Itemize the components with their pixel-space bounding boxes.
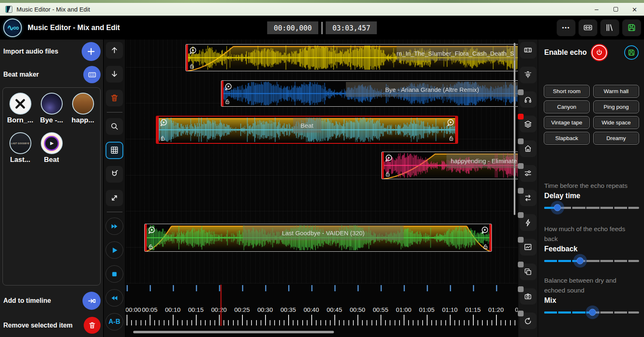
clip-bye[interactable]: Bye - Ariana Grande (Altre Remix): [221, 80, 518, 107]
flash-button[interactable]: [519, 214, 537, 231]
reset-button[interactable]: [519, 312, 537, 330]
move-down-button[interactable]: [106, 66, 123, 83]
clip-left-edge[interactable]: [186, 44, 188, 71]
feedback-slider-thumb[interactable]: [577, 257, 584, 264]
clip-left-edge[interactable]: [145, 224, 147, 251]
lock-icon[interactable]: [482, 243, 489, 250]
clip-left-edge[interactable]: [382, 152, 384, 179]
mix-slider[interactable]: [544, 306, 639, 319]
trim-button[interactable]: [519, 42, 537, 59]
close-button[interactable]: ×: [625, 3, 644, 16]
import-audio-label: Import audio files: [3, 48, 58, 55]
replay-icon[interactable]: [147, 226, 156, 234]
time-ruler[interactable]: 00:0000:0500:1000:1500:2000:2500:3000:35…: [126, 283, 518, 337]
ruler-minor-tick: [441, 320, 442, 325]
lock-icon[interactable]: [160, 135, 166, 141]
echo-preset-button[interactable]: Dreamy: [593, 132, 639, 145]
vertical-scrollbar[interactable]: [514, 43, 515, 215]
echo-preset-button[interactable]: Ping pong: [593, 101, 639, 113]
audio-file-bye[interactable]: Bye -...: [36, 93, 67, 132]
play-art-icon: ▶: [45, 137, 58, 150]
ruler-minor-tick: [445, 320, 446, 325]
feedback-slider[interactable]: [544, 254, 639, 267]
equalizer-button[interactable]: [519, 165, 537, 182]
rewind-button[interactable]: [106, 289, 123, 307]
ruler-minor-tick: [131, 320, 132, 325]
ruler-major-tick: [311, 315, 312, 325]
delay-time-slider-thumb[interactable]: [554, 204, 561, 211]
delay-time-slider[interactable]: [544, 201, 639, 214]
echo-preset-button[interactable]: Vintage tape: [544, 116, 590, 129]
echo-preset-button[interactable]: Slapback: [544, 132, 590, 145]
clip-happyending[interactable]: happyending - Eliminate: [381, 152, 518, 179]
delay-time-description: Time before the echo repeats: [544, 181, 639, 191]
clip-right-edge[interactable]: [489, 224, 491, 251]
clip-area[interactable]: Born_In_The_Slumber_Flora_Cash_Death_SBy…: [126, 40, 518, 283]
horizontal-scrollbar[interactable]: [133, 331, 334, 333]
clip-left-edge[interactable]: [157, 117, 159, 143]
audio-file-happ[interactable]: happ...: [67, 93, 99, 132]
echo-preset-button[interactable]: Canyon: [544, 101, 590, 113]
remove-selected-button[interactable]: [84, 317, 101, 334]
move-up-button[interactable]: [106, 42, 123, 59]
play-button[interactable]: [106, 241, 123, 259]
replay-icon[interactable]: [384, 154, 393, 162]
duplicate-button[interactable]: [519, 263, 537, 281]
lock-icon[interactable]: [224, 98, 230, 105]
ai-voice-button[interactable]: [519, 66, 537, 84]
headphones-button[interactable]: [519, 91, 537, 108]
more-options-button[interactable]: •••: [557, 19, 576, 36]
audio-file-born[interactable]: Born_...: [5, 93, 36, 132]
ab-loop-button[interactable]: A-B: [106, 313, 123, 330]
lock-icon[interactable]: [189, 63, 195, 69]
ruler-major-tick: [173, 315, 174, 325]
replay-icon[interactable]: [480, 226, 489, 234]
trim-icon: [524, 46, 532, 54]
lock-icon[interactable]: [385, 171, 391, 177]
file-name-label: Last...: [10, 156, 30, 164]
clip-left-edge[interactable]: [221, 81, 223, 106]
lock-icon[interactable]: [448, 135, 454, 141]
replay-icon[interactable]: [188, 46, 197, 55]
ruler-minor-tick: [371, 320, 372, 325]
echo-save-preset-button[interactable]: [624, 45, 639, 60]
mix-slider-thumb[interactable]: [589, 309, 596, 316]
headphones-icon: [524, 95, 532, 104]
clip-beat[interactable]: Beat: [156, 116, 458, 144]
home-button[interactable]: [519, 140, 537, 157]
stop-button[interactable]: [106, 265, 123, 283]
lock-icon[interactable]: [148, 243, 154, 250]
fast-forward-button[interactable]: [106, 218, 123, 235]
magnet-snap-button[interactable]: [106, 166, 123, 183]
expand-button[interactable]: [106, 190, 123, 207]
echo-preset-button[interactable]: Short room: [544, 85, 590, 98]
replay-icon[interactable]: [224, 82, 233, 91]
zoom-search-button[interactable]: [106, 118, 123, 135]
echo-preset-button[interactable]: Warm hall: [593, 85, 639, 98]
library-button[interactable]: [600, 19, 619, 36]
clip-last-goodbye[interactable]: Last Goodbye - VAIDEN (320): [144, 224, 492, 252]
swap-button[interactable]: [519, 190, 537, 207]
wave-chart-button[interactable]: [519, 239, 537, 256]
echo-preset-button[interactable]: Wide space: [593, 116, 639, 129]
add-to-timeline-button[interactable]: [82, 292, 101, 310]
clip-born[interactable]: Born_In_The_Slumber_Flora_Cash_Death_S: [186, 44, 518, 71]
audio-file-last[interactable]: LAST GOODBYE Last...: [5, 132, 36, 172]
clip-right-edge[interactable]: [455, 117, 457, 143]
audio-file-beat[interactable]: ▶ Beat: [36, 132, 67, 172]
replay-icon[interactable]: [446, 118, 455, 127]
playhead[interactable]: [221, 285, 221, 326]
snap-grid-button[interactable]: [106, 142, 123, 159]
save-button[interactable]: [622, 19, 641, 36]
replay-icon[interactable]: [159, 118, 168, 127]
echo-power-button[interactable]: [592, 45, 607, 60]
delete-button[interactable]: [106, 89, 123, 107]
camera-rotate-button[interactable]: [519, 288, 537, 305]
cassette-button[interactable]: [578, 19, 597, 36]
beat-maker-button[interactable]: [83, 66, 101, 83]
layers-button[interactable]: [519, 115, 537, 133]
import-audio-button[interactable]: [82, 42, 101, 61]
timeline[interactable]: Born_In_The_Slumber_Flora_Cash_Death_SBy…: [126, 40, 518, 337]
minimize-button[interactable]: –: [587, 3, 606, 16]
maximize-button[interactable]: [606, 3, 625, 16]
